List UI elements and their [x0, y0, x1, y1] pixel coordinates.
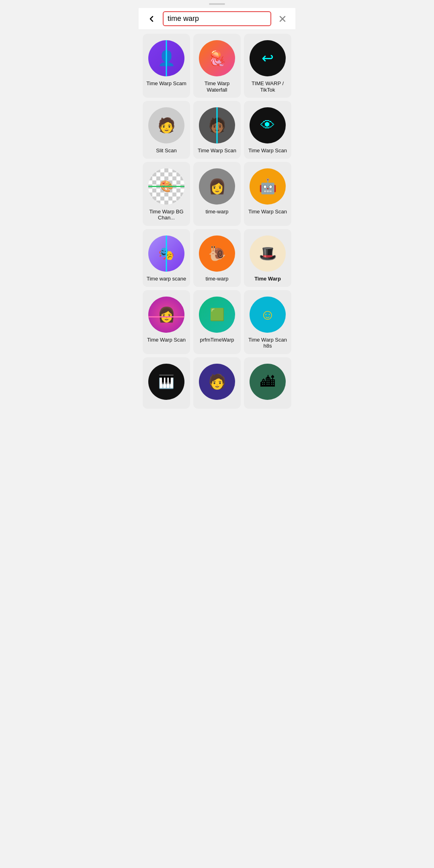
- effect-icon-prfm-timewarp: [199, 297, 235, 333]
- effect-card-time-warp-waterfall[interactable]: Time Warp Waterfall: [193, 34, 241, 98]
- effect-icon-time-warp-scan-3: [250, 107, 286, 143]
- effect-card-time-warp-main[interactable]: Time Warp: [244, 229, 291, 287]
- effect-icon-time-warp-scane: [148, 235, 184, 272]
- effect-icon-time-warp-scan-5: [148, 297, 184, 333]
- effect-icon-bottom-2: [199, 364, 235, 400]
- search-input[interactable]: [168, 14, 266, 23]
- effect-icon-time-warp-scam: [148, 40, 184, 76]
- effect-label-time-warp-scan-2: Time Warp Scan: [198, 147, 236, 154]
- effect-label-time-warp-small: time-warp: [205, 209, 228, 215]
- effect-label-time-warp-main: Time Warp: [254, 276, 281, 282]
- effect-label-slit-scan: Slit Scan: [156, 147, 176, 154]
- search-input-wrapper: [163, 11, 271, 26]
- effect-card-bottom-3[interactable]: [244, 357, 291, 409]
- effect-icon-bottom-3: [250, 364, 286, 400]
- effect-card-time-warp-scane[interactable]: Time warp scane: [143, 229, 190, 287]
- effect-label-time-warp-waterfall: Time Warp Waterfall: [197, 80, 237, 93]
- effect-card-time-warp-scam[interactable]: Time Warp Scam: [143, 34, 190, 98]
- effect-card-time-warp-small2[interactable]: time-warp: [193, 229, 241, 287]
- effect-label-time-warp-scan-4: Time Warp Scan: [248, 209, 287, 215]
- back-button[interactable]: [145, 12, 158, 25]
- effect-card-prfm-timewarp[interactable]: prfmTimeWarp: [193, 290, 241, 354]
- effect-icon-time-warp-small: [199, 168, 235, 205]
- effect-icon-time-warp-scan-h8s: [250, 297, 286, 333]
- effect-card-time-warp-scan-4[interactable]: Time Warp Scan: [244, 162, 291, 226]
- effect-icon-time-warp-scan-2: [199, 107, 235, 143]
- effect-label-time-warp-scan-3: Time Warp Scan: [248, 147, 287, 154]
- effect-card-time-warp-small[interactable]: time-warp: [193, 162, 241, 226]
- effect-card-bottom-2[interactable]: [193, 357, 241, 409]
- effect-label-time-warp-scan-h8s: Time Warp Scan h8s: [247, 337, 288, 349]
- effect-card-time-warp-scan-3[interactable]: Time Warp Scan: [244, 101, 291, 159]
- effect-card-bottom-1[interactable]: [143, 357, 190, 409]
- effect-label-time-warp-scan-5: Time Warp Scan: [147, 337, 186, 343]
- effect-card-time-warp-bg[interactable]: Time Warp BG Chan...: [143, 162, 190, 226]
- effect-icon-slit-scan: [148, 107, 184, 143]
- effect-label-time-warp-tiktok: TIME WARP / TikTok: [247, 80, 288, 93]
- effect-icon-time-warp-main: [250, 235, 286, 272]
- effect-icon-bottom-1: [148, 364, 184, 400]
- effect-label-time-warp-small2: time-warp: [205, 276, 228, 282]
- drag-indicator: [209, 3, 225, 5]
- effect-label-time-warp-scam: Time Warp Scam: [146, 80, 186, 87]
- effect-card-time-warp-scan-h8s[interactable]: Time Warp Scan h8s: [244, 290, 291, 354]
- effect-card-time-warp-tiktok[interactable]: TIME WARP / TikTok: [244, 34, 291, 98]
- effect-icon-time-warp-small2: [199, 235, 235, 272]
- effect-label-prfm-timewarp: prfmTimeWarp: [200, 337, 234, 343]
- effect-icon-time-warp-scan-4: [250, 168, 286, 205]
- effects-grid: Time Warp ScamTime Warp WaterfallTIME WA…: [139, 30, 295, 413]
- clear-button[interactable]: [276, 12, 289, 25]
- effect-icon-time-warp-waterfall: [199, 40, 235, 76]
- effect-card-slit-scan[interactable]: Slit Scan: [143, 101, 190, 159]
- effect-card-time-warp-scan-2[interactable]: Time Warp Scan: [193, 101, 241, 159]
- search-bar: [139, 8, 295, 30]
- effect-icon-time-warp-bg: [148, 168, 184, 205]
- effect-label-time-warp-bg: Time Warp BG Chan...: [146, 209, 187, 221]
- effect-card-time-warp-scan-5[interactable]: Time Warp Scan: [143, 290, 190, 354]
- effect-icon-time-warp-tiktok: [250, 40, 286, 76]
- effect-label-time-warp-scane: Time warp scane: [147, 276, 186, 282]
